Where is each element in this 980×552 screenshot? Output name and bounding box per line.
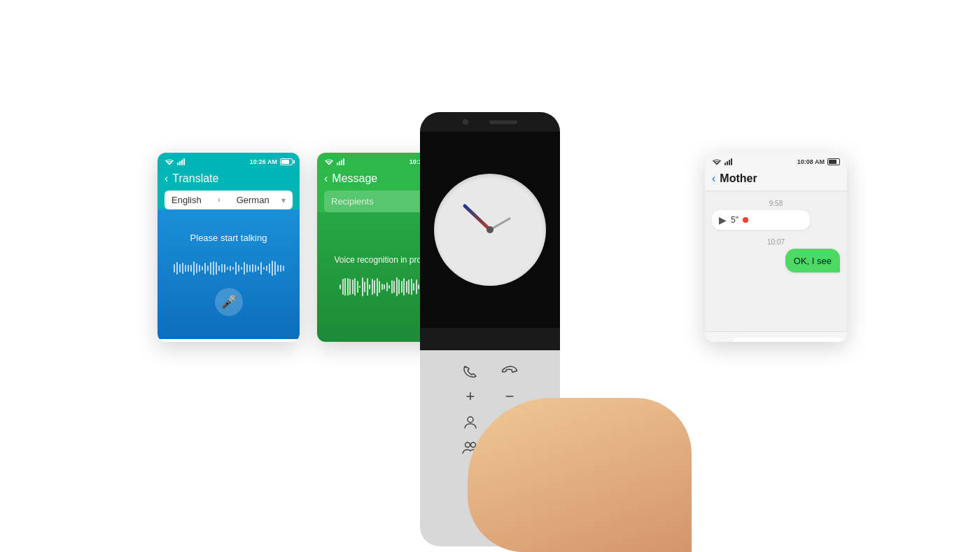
- translate-title: Translate: [172, 172, 293, 185]
- translate-waveform: [174, 254, 284, 282]
- msg-wifi-icon: [324, 158, 334, 165]
- volume-up-button[interactable]: +: [461, 387, 480, 406]
- chat-nav: ‹ Mother: [712, 170, 840, 191]
- translate-screen: 10:26 AM ‹ Translate English › German ▾ …: [158, 153, 300, 342]
- hand-holding: [468, 398, 692, 552]
- translate-time: 10:26 AM: [250, 158, 277, 165]
- end-call-button[interactable]: [500, 361, 519, 381]
- volume-down-icon: −: [505, 387, 514, 406]
- chat-header: 10:08 AM ‹ Mother: [705, 153, 847, 191]
- chat-bubble: OK, I see: [785, 249, 840, 272]
- volume-up-icon: +: [466, 387, 475, 406]
- message-back-button[interactable]: ‹: [324, 172, 328, 185]
- msg-signal-icon: [337, 158, 344, 165]
- voice-play-icon[interactable]: ▶: [719, 214, 727, 226]
- chat-time: 10:08 AM: [797, 158, 825, 165]
- voice-duration: 5": [731, 215, 738, 225]
- chat-status-left: [712, 158, 732, 165]
- translate-back-button[interactable]: ‹: [164, 172, 168, 185]
- status-left: [164, 158, 185, 165]
- svg-point-7: [465, 443, 470, 448]
- chat-mic-icon[interactable]: 🎤: [712, 341, 726, 343]
- translate-body: Please start talking 🎤: [158, 209, 300, 339]
- phone-clock-screen: [420, 132, 560, 328]
- translate-status-bar: 10:26 AM: [164, 158, 293, 165]
- chat-signal-icon: [724, 158, 732, 165]
- lang-selector[interactable]: English › German ▾: [164, 191, 293, 209]
- contacts-button[interactable]: [461, 412, 480, 432]
- chat-status-bar: 10:08 AM: [712, 158, 840, 165]
- chat-back-button[interactable]: ‹: [712, 172, 715, 185]
- svg-line-0: [465, 206, 490, 230]
- lang-separator-icon: ›: [218, 196, 220, 204]
- phone-screen-area: [420, 112, 560, 350]
- mic-icon: 🎤: [221, 294, 237, 310]
- clock-face: [434, 174, 546, 286]
- translate-header: 10:26 AM ‹ Translate English › German ▾: [158, 153, 300, 209]
- chat-time-1: 9:58: [712, 200, 840, 207]
- chat-input-bar: 🎤 😊: [705, 331, 847, 342]
- end-call-icon: [501, 365, 518, 378]
- chat-bubble-text: OK, I see: [794, 256, 832, 266]
- chat-time-2: 10:07: [712, 238, 840, 246]
- translate-mic-button[interactable]: 🎤: [215, 288, 243, 316]
- speaker: [489, 120, 517, 124]
- chat-text-input[interactable]: [730, 338, 847, 342]
- phone-notch: [420, 112, 560, 132]
- wifi-icon: [164, 158, 174, 165]
- chat-battery-icon: [827, 158, 840, 165]
- lang-to: German: [237, 195, 270, 205]
- contacts-icon: [463, 414, 478, 429]
- chat-contact-name: Mother: [720, 172, 757, 185]
- voice-unread-dot: [743, 217, 748, 223]
- svg-point-3: [468, 417, 473, 422]
- chat-body: 9:58 ▶ 5" 10:07 OK, I see: [705, 191, 847, 331]
- battery-icon: [280, 158, 293, 165]
- volume-down-button[interactable]: −: [500, 387, 519, 406]
- lang-chevron-icon: ▾: [281, 195, 286, 205]
- call-icon: [462, 365, 479, 378]
- svg-point-2: [486, 226, 493, 233]
- translate-prompt: Please start talking: [190, 233, 267, 243]
- call-button[interactable]: [461, 361, 480, 381]
- clock-hands-svg: [434, 174, 546, 286]
- lang-from: English: [172, 195, 202, 205]
- front-camera: [463, 119, 468, 125]
- status-right: 10:26 AM: [250, 158, 293, 165]
- chat-status-right: 10:08 AM: [797, 158, 840, 165]
- msg-status-left: [324, 158, 344, 165]
- keypad-row-1: [461, 361, 519, 381]
- chat-wifi-icon: [712, 158, 722, 165]
- chat-screen: 10:08 AM ‹ Mother 9:58 ▶ 5" 10:07 OK, I …: [705, 153, 847, 342]
- voice-message-bubble[interactable]: ▶ 5": [712, 210, 810, 230]
- signal-icon: [177, 158, 185, 165]
- translate-nav: ‹ Translate: [164, 170, 293, 191]
- keypad-row-2: + −: [461, 387, 519, 406]
